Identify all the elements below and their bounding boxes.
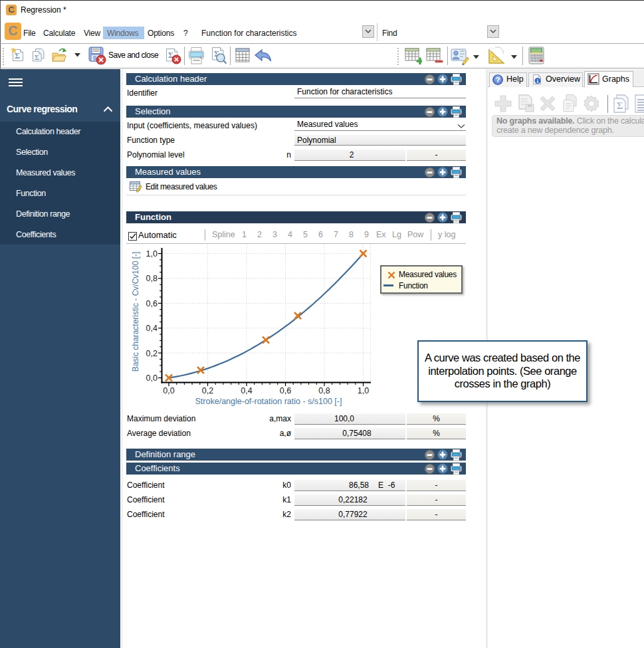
svg-text:1,0: 1,0: [146, 249, 158, 259]
svg-text:Σ: Σ: [35, 53, 39, 61]
svg-text:0,4: 0,4: [241, 386, 252, 395]
svg-text:0,0: 0,0: [163, 386, 174, 395]
svg-text:0,2: 0,2: [146, 349, 158, 358]
svg-text:Stroke/angle-of-rotation ratio: Stroke/angle-of-rotation ratio - s/s100 …: [195, 397, 342, 406]
svg-text:0,0: 0,0: [146, 374, 158, 383]
svg-text:0,4: 0,4: [146, 324, 158, 333]
svg-text:0,2: 0,2: [202, 386, 213, 395]
svg-text:0,8: 0,8: [318, 386, 330, 395]
svg-text:Σ: Σ: [617, 101, 623, 111]
svg-text:0,8: 0,8: [146, 274, 158, 283]
svg-text:?: ?: [496, 76, 500, 84]
svg-text:0,6: 0,6: [146, 299, 158, 308]
svg-text:1,0: 1,0: [358, 386, 369, 395]
svg-text:Basic characteristic - Cv/Cv10: Basic characteristic - Cv/Cv100 [-]: [131, 252, 140, 372]
svg-text:0,6: 0,6: [280, 386, 291, 395]
